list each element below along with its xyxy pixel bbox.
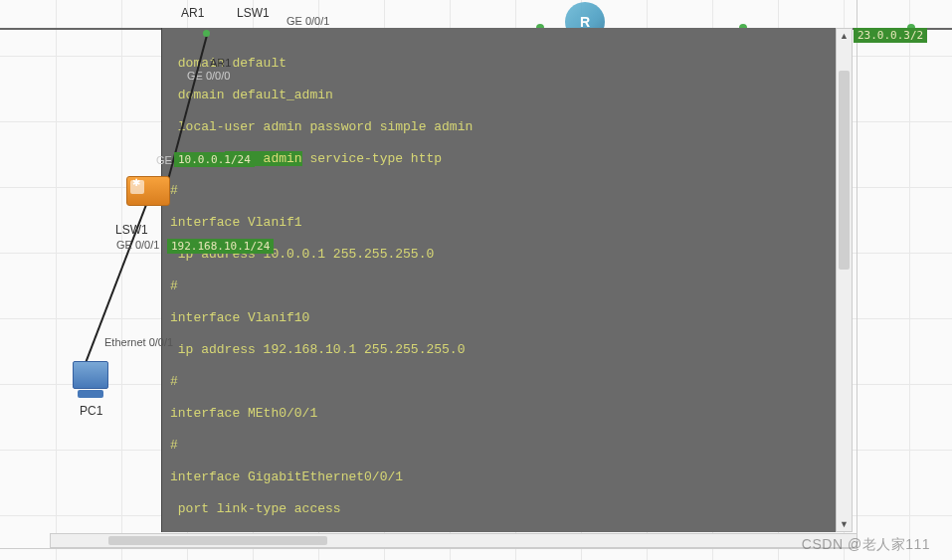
cli-line: # — [170, 438, 178, 453]
cli-line: port link-type access — [170, 501, 341, 516]
cli-line: domain default_admin — [170, 88, 333, 102]
pc-stand-icon — [78, 390, 103, 398]
cli-line: interface Vlanif10 — [170, 310, 309, 325]
cli-line: interface Vlanif1 — [170, 215, 302, 230]
terminal-scrollbar-vertical[interactable]: ▲ ▼ — [836, 28, 853, 532]
link-endpoint-dot — [203, 30, 210, 37]
canvas-scrollbar-horizontal[interactable] — [50, 533, 857, 548]
scrollbar-thumb[interactable] — [108, 536, 327, 545]
scrollbar-up-icon[interactable]: ▲ — [840, 31, 849, 41]
device-label-lsw-top: LSW1 — [237, 6, 270, 20]
port-label: Ethernet 0/0/1 — [104, 336, 173, 348]
device-label-lsw: LSW1 — [115, 223, 148, 237]
cli-line: ip address 192.168.10.1 255.255.255.0 — [170, 342, 465, 357]
port-label: GE 0/0/1 — [286, 15, 329, 27]
cli-terminal[interactable]: domain default domain default_admin loca… — [161, 28, 836, 532]
cli-line: # — [170, 374, 178, 389]
device-label-pc1: PC1 — [80, 404, 102, 418]
pc-monitor-icon — [73, 361, 108, 389]
device-label-ar1: AR1 — [181, 6, 204, 20]
switch-icon[interactable] — [126, 176, 170, 206]
cli-line: interface MEth0/0/1 — [170, 406, 317, 421]
ip-address-tag: 10.0.0.1/24 — [174, 152, 255, 167]
cli-line: interface GigabitEthernet0/0/1 — [170, 469, 403, 484]
scrollbar-down-icon[interactable]: ▼ — [840, 519, 849, 529]
ip-address-tag: 23.0.0.3/2 — [854, 28, 927, 43]
ip-address-tag: 192.168.10.1/24 — [167, 239, 274, 254]
watermark-text: CSDN @老人家111 — [802, 536, 930, 554]
port-label: GE 0/0/1 — [116, 239, 159, 251]
cli-line: # — [170, 279, 178, 293]
cli-line: # — [170, 183, 178, 198]
pc-icon[interactable] — [70, 361, 111, 401]
device-label-ar1-bg: AR1 — [210, 57, 231, 69]
cli-line: local-user admin password simple admin — [170, 119, 473, 134]
scrollbar-thumb[interactable] — [839, 71, 850, 270]
